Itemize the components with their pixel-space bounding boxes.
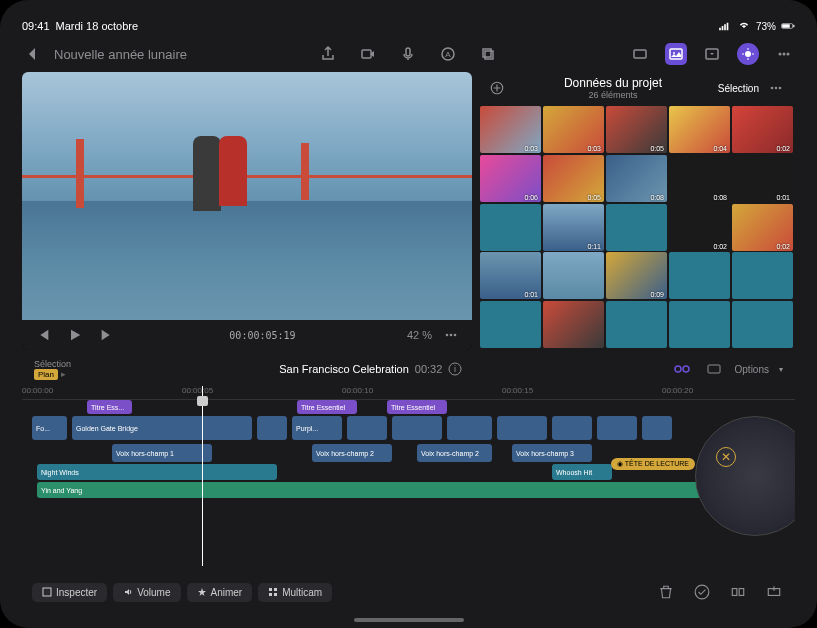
timeline[interactable]: 00:00:0000:00:0500:00:1000:00:1500:00:20… [22, 386, 795, 566]
media-thumb[interactable]: 0:05 [543, 155, 604, 202]
svg-rect-32 [269, 593, 272, 596]
video-clip[interactable] [642, 416, 672, 440]
thumb-duration: 0:08 [650, 194, 664, 201]
svg-point-14 [778, 53, 781, 56]
import-icon[interactable] [701, 43, 723, 65]
media-thumb[interactable]: 0:03 [480, 106, 541, 153]
vo-clip[interactable]: Voix hors-champ 3 [512, 444, 592, 462]
video-clip[interactable] [552, 416, 592, 440]
media-thumb[interactable]: 0:05 [606, 106, 667, 153]
thumb-duration: 0:08 [713, 194, 727, 201]
music-clip[interactable]: Yin and Yang [37, 482, 717, 498]
media-thumb[interactable] [732, 301, 793, 348]
title-clip[interactable]: Titre Essentiel [387, 400, 447, 414]
media-thumb[interactable]: 0:08 [606, 155, 667, 202]
media-thumb[interactable]: 0:06 [480, 155, 541, 202]
camera-icon[interactable] [357, 43, 379, 65]
video-clip[interactable]: Purpl... [292, 416, 342, 440]
volume-button[interactable]: Volume [113, 583, 180, 602]
prev-button[interactable] [32, 324, 54, 346]
video-clip[interactable] [392, 416, 442, 440]
add-icon[interactable] [763, 581, 785, 603]
share-icon[interactable] [317, 43, 339, 65]
mic-icon[interactable] [397, 43, 419, 65]
inspector-button[interactable]: Inspecter [32, 583, 107, 602]
home-indicator[interactable] [354, 618, 464, 622]
status-date: Mardi 18 octobre [56, 20, 139, 32]
media-thumb[interactable]: 0:11 [543, 204, 604, 251]
viewer-zoom[interactable]: 42 % [407, 329, 432, 341]
trash-icon[interactable] [655, 581, 677, 603]
playhead[interactable] [202, 386, 203, 566]
photo-browser-icon[interactable] [665, 43, 687, 65]
more-icon[interactable] [773, 43, 795, 65]
audio-clip[interactable]: Whoosh Hit [552, 464, 612, 480]
animate-button[interactable]: Animer [187, 583, 253, 602]
svg-point-34 [695, 585, 709, 599]
chevron-down-icon[interactable]: ▾ [779, 365, 783, 374]
check-icon[interactable] [691, 581, 713, 603]
media-thumb[interactable]: 0:02 [732, 106, 793, 153]
thumb-duration: 0:05 [587, 194, 601, 201]
title-clip[interactable]: Titre Essentiel [297, 400, 357, 414]
selection-label[interactable]: Sélection [718, 83, 759, 94]
vo-clip[interactable]: Voix hors-champ 2 [417, 444, 492, 462]
info-icon[interactable]: i [448, 362, 462, 376]
media-thumb[interactable] [480, 204, 541, 251]
viewer-canvas[interactable] [22, 72, 472, 320]
svg-rect-33 [274, 593, 277, 596]
video-clip[interactable] [447, 416, 492, 440]
layers-icon[interactable] [477, 43, 499, 65]
media-thumb[interactable] [732, 252, 793, 299]
media-thumb[interactable] [669, 252, 730, 299]
browser-more-icon[interactable] [765, 77, 787, 99]
marker-icon[interactable]: A [437, 43, 459, 65]
video-clip[interactable]: Golden Gate Bridge [72, 416, 252, 440]
media-thumb[interactable] [543, 301, 604, 348]
ruler-mark: 00:00:20 [662, 386, 693, 395]
timeline-ruler[interactable]: 00:00:0000:00:0500:00:1000:00:1500:00:20 [22, 386, 795, 400]
media-thumb[interactable]: 0:01 [480, 252, 541, 299]
next-button[interactable] [96, 324, 118, 346]
media-thumb[interactable] [480, 301, 541, 348]
svg-rect-30 [269, 588, 272, 591]
video-clip[interactable] [597, 416, 637, 440]
multicam-button[interactable]: Multicam [258, 583, 332, 602]
video-clip[interactable] [497, 416, 547, 440]
options-button[interactable]: Options [735, 364, 769, 375]
media-thumb[interactable]: 0:03 [543, 106, 604, 153]
play-button[interactable] [64, 324, 86, 346]
thumb-duration: 0:05 [650, 145, 664, 152]
browser-filter-icon[interactable] [486, 77, 508, 99]
link-icon[interactable] [671, 358, 693, 380]
rect-icon[interactable] [629, 43, 651, 65]
timeline-header: Sélection Plan ▸ San Francisco Celebrati… [22, 354, 795, 384]
media-thumb[interactable]: 0:02 [732, 204, 793, 251]
snap-icon[interactable] [703, 358, 725, 380]
vo-clip[interactable]: Voix hors-champ 2 [312, 444, 392, 462]
timeline-tracks[interactable]: Titre Ess...Titre EssentielTitre Essenti… [22, 400, 795, 500]
audio-clip[interactable]: Night Winds [37, 464, 277, 480]
media-thumb[interactable]: 0:08 [669, 155, 730, 202]
media-thumb[interactable]: 0:09 [606, 252, 667, 299]
viewer-more-icon[interactable] [440, 324, 462, 346]
media-thumb[interactable] [606, 204, 667, 251]
media-thumb[interactable] [669, 301, 730, 348]
vo-clip[interactable]: Voix hors-champ 1 [112, 444, 212, 462]
video-clip[interactable]: Fo... [32, 416, 67, 440]
title-clip[interactable]: Titre Ess... [87, 400, 132, 414]
video-clip[interactable] [347, 416, 387, 440]
project-title[interactable]: Nouvelle année lunaire [54, 47, 187, 62]
video-clip[interactable] [257, 416, 287, 440]
media-thumb[interactable]: 0:02 [669, 204, 730, 251]
split-icon[interactable] [727, 581, 749, 603]
jog-close-button[interactable]: ✕ [716, 447, 736, 467]
media-thumb[interactable]: 0:01 [732, 155, 793, 202]
viewer-controls: 00:00:05:19 42 % [22, 320, 472, 350]
media-thumb[interactable]: 0:04 [669, 106, 730, 153]
svg-rect-35 [732, 589, 737, 596]
media-thumb[interactable] [606, 301, 667, 348]
media-thumb[interactable] [543, 252, 604, 299]
back-button[interactable] [22, 43, 44, 65]
effects-icon[interactable] [737, 43, 759, 65]
